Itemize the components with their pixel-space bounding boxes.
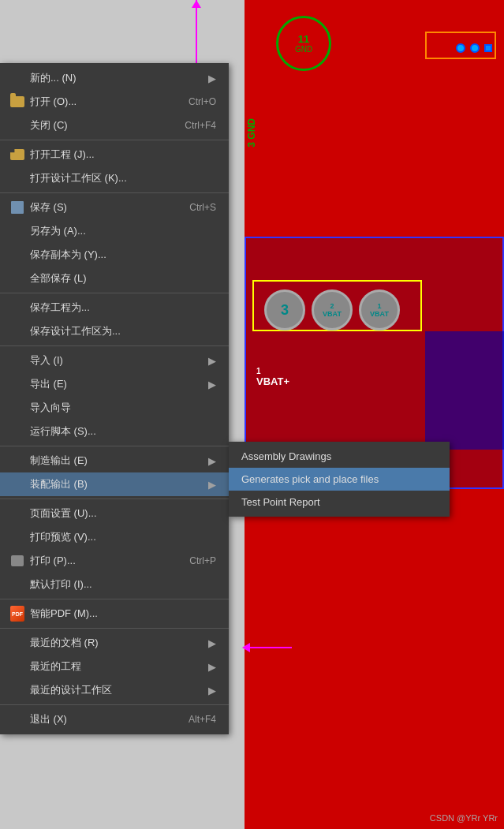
- pagesetup-icon: [9, 506, 25, 521]
- menu-item-saveas[interactable]: 另存为 (A)...: [0, 219, 229, 243]
- menu-label-print: 打印 (P)...: [30, 554, 174, 568]
- menu-item-print[interactable]: 打印 (P)... Ctrl+P: [0, 549, 229, 573]
- menu-label-saveworkspace: 保存设计工作区为...: [30, 324, 216, 338]
- menu-item-smartpdf[interactable]: PDF 智能PDF (M)...: [0, 602, 229, 625]
- import-icon: [9, 353, 25, 368]
- menu-label-runscript: 运行脚本 (S)...: [30, 424, 216, 439]
- pcb-gnd-num: 11: [298, 33, 309, 45]
- pick-place-label: Generates pick and place files: [241, 473, 437, 485]
- sep-3: [0, 293, 229, 293]
- shortcut-quit: Alt+F4: [189, 714, 216, 725]
- pcb-red-area: 11 GND 3 GND 3 2 VBAT 1: [245, 0, 504, 829]
- saveall-icon: [9, 271, 25, 286]
- menu-item-close[interactable]: 关闭 (C) Ctrl+F4: [0, 114, 229, 137]
- shortcut-print: Ctrl+P: [189, 555, 216, 566]
- printpreview-icon: [9, 529, 25, 545]
- menu-item-recentdocs[interactable]: 最近的文档 (R) ▶: [0, 631, 229, 655]
- watermark-text: CSDN @YRr YRr: [430, 813, 498, 823]
- pcb-vbat-label: 1 VBAT+: [256, 367, 289, 387]
- menu-item-importwizard[interactable]: 导入向导: [0, 396, 229, 420]
- save-icon: [9, 200, 25, 215]
- assemblyoutput-icon: [9, 476, 25, 492]
- menu-item-save[interactable]: 保存 (S) Ctrl+S: [0, 196, 229, 219]
- menu-item-new[interactable]: 新的... (N) ▶: [0, 66, 229, 90]
- importwizard-icon: [9, 400, 25, 416]
- pcb-gnd-circle-1: 11 GND: [276, 16, 331, 71]
- menu-item-faboutput[interactable]: 制造输出 (E) ▶: [0, 449, 229, 472]
- menu-label-save: 保存 (S): [30, 200, 174, 215]
- new-icon: [9, 70, 25, 86]
- menu-item-openworkspace[interactable]: 打开设计工作区 (K)...: [0, 166, 229, 190]
- menu-item-defaultprint[interactable]: 默认打印 (I)...: [0, 573, 229, 596]
- sep-4: [0, 345, 229, 346]
- menu-item-savecopy[interactable]: 保存副本为 (Y)...: [0, 243, 229, 267]
- pcb-cross-marker: [256, 611, 289, 644]
- menu-item-openproject[interactable]: 打开工程 (J)...: [0, 143, 229, 166]
- shortcut-open: Ctrl+O: [189, 96, 216, 107]
- folder-open-icon: [9, 147, 25, 162]
- submenu-item-pick-place[interactable]: Generates pick and place files: [229, 468, 450, 491]
- menu-item-export[interactable]: 导出 (E) ▶: [0, 372, 229, 396]
- recentworkspaces-icon: [9, 682, 25, 698]
- menu-item-saveproject[interactable]: 保存工程为...: [0, 296, 229, 319]
- workspace-icon: [9, 170, 25, 186]
- print-icon: [9, 553, 25, 569]
- arrow-import: ▶: [208, 355, 216, 367]
- quit-icon: [9, 711, 25, 727]
- menu-item-saveall[interactable]: 全部保存 (L): [0, 267, 229, 290]
- savecopy-icon: [9, 247, 25, 263]
- menu-label-import: 导入 (I): [30, 353, 208, 368]
- sep-7: [0, 599, 229, 599]
- arrow-recentprojects: ▶: [208, 661, 216, 673]
- runscript-icon: [9, 424, 25, 439]
- menu-label-quit: 退出 (X): [30, 712, 173, 726]
- menu-label-pagesetup: 页面设置 (U)...: [30, 506, 216, 521]
- pcb-circle-2: 2 VBAT: [312, 289, 353, 330]
- menu-item-printpreview[interactable]: 打印预览 (V)...: [0, 525, 229, 549]
- open-icon: [9, 94, 25, 110]
- menu-label-assemblyoutput: 装配输出 (B): [30, 477, 208, 491]
- menu-label-saveproject: 保存工程为...: [30, 301, 216, 315]
- pcb-gnd-label: GND: [295, 45, 312, 54]
- menu-label-openproject: 打开工程 (J)...: [30, 148, 216, 162]
- menu-label-export: 导出 (E): [30, 377, 208, 391]
- pcb-dot-2: [470, 43, 480, 53]
- menu-item-open[interactable]: 打开 (O)... Ctrl+O: [0, 90, 229, 114]
- menu-label-savecopy: 保存副本为 (Y)...: [30, 248, 216, 262]
- menu-item-import[interactable]: 导入 (I) ▶: [0, 349, 229, 372]
- defaultprint-icon: [9, 577, 25, 592]
- test-point-label: Test Point Report: [241, 496, 437, 508]
- pcb-gnd-3: 3 GND: [246, 118, 257, 148]
- sep-8: [0, 628, 229, 629]
- menu-item-pagesetup[interactable]: 页面设置 (U)...: [0, 502, 229, 525]
- menu-label-printpreview: 打印预览 (V)...: [30, 530, 216, 544]
- submenu-item-assembly-drawings[interactable]: Assembly Drawings: [229, 445, 450, 468]
- menu-label-recentdocs: 最近的文档 (R): [30, 636, 208, 650]
- menu-label-saveas: 另存为 (A)...: [30, 224, 216, 238]
- menu-item-recentworkspaces[interactable]: 最近的设计工作区 ▶: [0, 678, 229, 702]
- close-icon: [9, 118, 25, 133]
- assembly-drawings-label: Assembly Drawings: [241, 450, 437, 462]
- menu-label-smartpdf: 智能PDF (M)...: [30, 607, 216, 621]
- sep-9: [0, 704, 229, 705]
- menu-item-runscript[interactable]: 运行脚本 (S)...: [0, 420, 229, 443]
- menu-item-recentprojects[interactable]: 最近的工程 ▶: [0, 655, 229, 678]
- menu-item-assemblyoutput[interactable]: 装配输出 (B) ▶: [0, 472, 229, 496]
- saveproject-icon: [9, 300, 25, 316]
- menu-item-saveworkspace[interactable]: 保存设计工作区为...: [0, 319, 229, 343]
- menu-label-openworkspace: 打开设计工作区 (K)...: [30, 171, 216, 185]
- watermark: CSDN @YRr YRr: [430, 813, 498, 823]
- pcb-circles-row: 3 2 VBAT 1 VBAT: [264, 289, 400, 330]
- pcb-blue-fill: [425, 331, 504, 450]
- pcb-circle-1: 1 VBAT: [359, 289, 400, 330]
- arrow-recentworkspaces: ▶: [208, 685, 216, 696]
- submenu-item-test-point[interactable]: Test Point Report: [229, 491, 450, 513]
- sep-1: [0, 140, 229, 140]
- arrow-line-top: [196, 0, 197, 71]
- arrow-bottom-line: [245, 647, 292, 648]
- faboutput-icon: [9, 453, 25, 469]
- menu-label-recentworkspaces: 最近的设计工作区: [30, 683, 208, 697]
- menu-label-importwizard: 导入向导: [30, 401, 216, 415]
- menu-item-quit[interactable]: 退出 (X) Alt+F4: [0, 708, 229, 731]
- arrow-top-head: [192, 0, 201, 8]
